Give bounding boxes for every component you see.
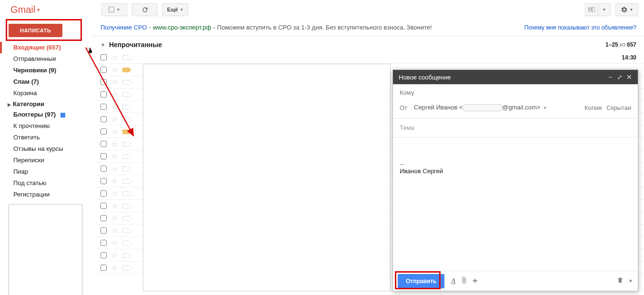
- importance-marker[interactable]: [122, 142, 129, 147]
- star-icon[interactable]: ☆: [111, 90, 118, 99]
- star-icon[interactable]: ☆: [111, 53, 118, 62]
- row-checkbox[interactable]: [101, 265, 107, 271]
- star-icon[interactable]: ☆: [111, 251, 118, 260]
- compose-button[interactable]: НАПИСАТЬ: [9, 24, 62, 37]
- importance-marker[interactable]: [122, 105, 129, 109]
- star-icon[interactable]: ☆: [111, 66, 118, 74]
- folder-drafts[interactable]: Черновики (9): [0, 65, 93, 76]
- importance-marker[interactable]: [122, 80, 129, 85]
- ad-url[interactable]: www.сро-эксперт.рф: [153, 24, 211, 31]
- row-checkbox[interactable]: [101, 91, 107, 98]
- importance-marker[interactable]: [122, 55, 129, 60]
- folder-sent[interactable]: Отправленные: [0, 53, 93, 65]
- importance-marker[interactable]: [122, 179, 129, 184]
- insert-icon[interactable]: +: [473, 276, 478, 286]
- compose-titlebar[interactable]: Новое сообщение − ⤢ ✕: [393, 70, 638, 84]
- folder-trash[interactable]: Корзина: [0, 88, 93, 99]
- row-checkbox[interactable]: [101, 227, 107, 234]
- row-checkbox[interactable]: [101, 166, 107, 172]
- importance-marker[interactable]: [122, 117, 129, 122]
- importance-marker[interactable]: [122, 68, 129, 72]
- ad-title[interactable]: Получение СРО: [101, 24, 147, 31]
- star-icon[interactable]: ☆: [111, 239, 118, 247]
- chevron-down-icon[interactable]: ▼: [101, 42, 105, 48]
- ad-why-link[interactable]: Почему мне показывают это объявление?: [524, 24, 636, 31]
- importance-marker[interactable]: [122, 191, 129, 196]
- star-icon[interactable]: ☆: [111, 128, 118, 136]
- row-checkbox[interactable]: [101, 116, 107, 122]
- importance-marker[interactable]: [122, 167, 129, 171]
- discard-icon[interactable]: [617, 276, 624, 285]
- label-registrations[interactable]: Регистрации: [0, 189, 93, 200]
- row-checkbox[interactable]: [101, 178, 107, 184]
- row-checkbox[interactable]: [101, 190, 107, 197]
- label-reviews[interactable]: Отзывы на курсы: [0, 143, 93, 155]
- attach-icon[interactable]: [460, 276, 468, 285]
- select-button[interactable]: ▼: [101, 3, 127, 16]
- close-icon[interactable]: ✕: [624, 73, 634, 81]
- row-checkbox[interactable]: [101, 104, 107, 110]
- star-icon[interactable]: ☆: [111, 202, 118, 210]
- row-checkbox[interactable]: [101, 141, 107, 147]
- cc-link[interactable]: Копия: [584, 104, 602, 111]
- label-reply[interactable]: Ответить: [0, 132, 93, 143]
- star-icon[interactable]: ☆: [111, 189, 118, 198]
- send-button[interactable]: Отправить: [398, 274, 444, 288]
- row-checkbox[interactable]: [101, 252, 107, 258]
- importance-marker[interactable]: [122, 216, 129, 221]
- row-checkbox[interactable]: [101, 215, 107, 221]
- row-checkbox[interactable]: [101, 79, 107, 85]
- folder-spam[interactable]: Спам (7): [0, 76, 93, 88]
- importance-marker[interactable]: [122, 154, 129, 159]
- importance-marker[interactable]: [122, 204, 129, 208]
- importance-marker[interactable]: [122, 129, 129, 134]
- checkbox-icon: [109, 7, 114, 12]
- view-toggle[interactable]: ▼: [585, 3, 611, 16]
- compose-body[interactable]: -- Иванов Сергей: [393, 138, 638, 271]
- more-options-icon[interactable]: ▼: [628, 278, 633, 284]
- more-button[interactable]: Ещё ▼: [162, 3, 188, 16]
- compose-to-field[interactable]: Кому: [393, 84, 638, 101]
- categories-header[interactable]: ▶Категории: [0, 99, 93, 109]
- importance-marker[interactable]: [122, 266, 129, 270]
- importance-marker[interactable]: [122, 253, 129, 258]
- gmail-logo[interactable]: Gmail▼: [10, 4, 40, 15]
- bcc-link[interactable]: Скрытая: [606, 104, 631, 111]
- star-icon[interactable]: ☆: [111, 115, 118, 124]
- importance-marker[interactable]: [122, 241, 129, 246]
- row-checkbox[interactable]: [101, 67, 107, 73]
- minimize-icon[interactable]: −: [605, 73, 615, 81]
- row-checkbox[interactable]: [101, 203, 107, 209]
- row-checkbox[interactable]: [101, 128, 107, 135]
- compose-subject-field[interactable]: Тема: [393, 118, 638, 138]
- star-icon[interactable]: ☆: [111, 226, 118, 235]
- star-icon[interactable]: ☆: [111, 177, 118, 186]
- star-icon[interactable]: ☆: [111, 140, 118, 148]
- star-icon[interactable]: ☆: [111, 264, 118, 272]
- formatting-icon[interactable]: A: [451, 277, 455, 285]
- row-checkbox[interactable]: [101, 153, 107, 159]
- importance-marker[interactable]: [122, 228, 129, 233]
- star-icon[interactable]: ☆: [111, 152, 118, 161]
- mail-row[interactable]: ☆ 14:30: [93, 51, 644, 64]
- settings-button[interactable]: ▼: [615, 3, 638, 16]
- importance-marker[interactable]: [122, 92, 129, 97]
- folder-inbox[interactable]: Входящие (657): [0, 42, 93, 53]
- label-threads[interactable]: Переписки: [0, 155, 93, 166]
- label-bloggers[interactable]: Блоггеры (97): [0, 109, 93, 120]
- label-article[interactable]: Под статью: [0, 177, 93, 189]
- star-icon[interactable]: ☆: [111, 78, 118, 87]
- refresh-button[interactable]: [132, 3, 158, 16]
- label-toread[interactable]: К прочтению: [0, 120, 93, 132]
- caret-down-icon: ▼: [598, 3, 611, 16]
- star-icon[interactable]: ☆: [111, 103, 118, 111]
- row-time: 14:30: [622, 54, 636, 61]
- row-checkbox[interactable]: [101, 240, 107, 246]
- caret-down-icon: ▼: [543, 106, 547, 110]
- star-icon[interactable]: ☆: [111, 165, 118, 173]
- star-icon[interactable]: ☆: [111, 214, 118, 223]
- label-pr[interactable]: Пиар: [0, 166, 93, 177]
- from-value[interactable]: Сергей Иванов <@gmail.com> ▼: [414, 104, 547, 111]
- row-checkbox[interactable]: [101, 54, 107, 60]
- expand-icon[interactable]: ⤢: [615, 73, 624, 81]
